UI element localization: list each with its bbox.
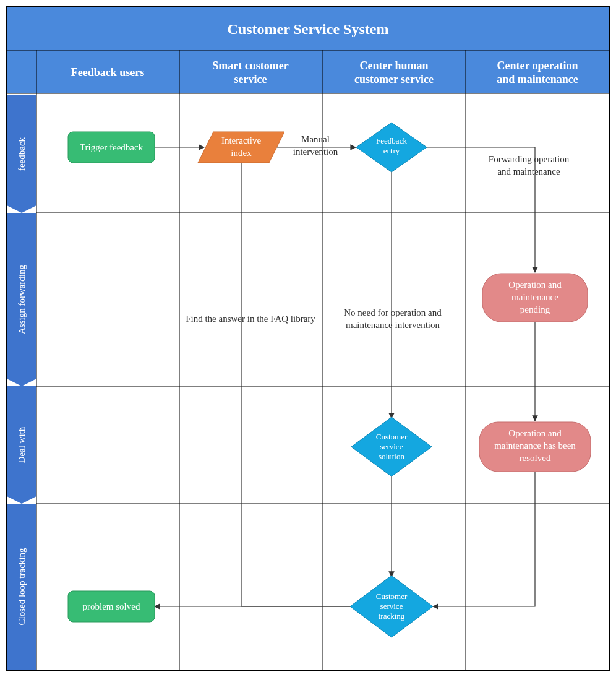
node-om-res-l2: maintenance has been (494, 441, 576, 451)
edge-label-fwd-1: Forwarding operation (489, 154, 570, 164)
node-feedback-l1: Feedback (376, 136, 407, 145)
node-om-pending-l1: Operation and (508, 280, 562, 290)
col-header-2 (322, 50, 466, 93)
node-solved-text: problem solved (83, 602, 140, 611)
node-cs-trk-l3: tracking (379, 611, 405, 621)
node-om-pending-l2: maintenance (511, 292, 558, 302)
col-label-3a: Center operation (497, 59, 578, 72)
col-label-1b: service (234, 73, 267, 85)
edge-interactive-down (241, 163, 353, 606)
col-header-1 (179, 50, 322, 93)
node-trigger-text: Trigger feedback (80, 142, 143, 152)
row-label-1: Assign forwarding (17, 264, 27, 334)
col-header-3 (466, 50, 609, 93)
node-cs-sol-l1: Customer (376, 432, 408, 441)
node-cs-trk-l2: service (380, 602, 403, 611)
node-om-res-l1: Operation and (508, 428, 562, 438)
outer-border (7, 7, 610, 671)
edge-label-manual-1: Manual (301, 134, 330, 144)
col-label-1a: Smart customer (212, 59, 288, 72)
row-label-3: Closed loop tracking (17, 548, 27, 625)
edge-label-manual-2: intervention (293, 147, 338, 157)
node-feedback-l2: entry (383, 146, 400, 155)
col-label-0: Feedback users (71, 66, 145, 79)
node-interactive-l1: Interactive (221, 136, 261, 145)
node-om-pending-l3: pending (520, 304, 550, 314)
row-label-0: feedback (17, 137, 27, 171)
node-cs-sol-l2: service (380, 442, 403, 451)
edge-resolved-tracking (433, 472, 535, 606)
diagram-root: Customer Service System Feedback users S… (6, 6, 610, 671)
edge-label-faq: Find the answer in the FAQ library (186, 314, 315, 324)
col-label-2a: Center human (359, 59, 428, 72)
node-cs-sol-l3: solution (379, 452, 404, 461)
edge-label-noneed-2: maintenance intervention (346, 320, 440, 330)
diagram-title: Customer Service System (228, 21, 389, 37)
row-label-2: Deal with (17, 426, 27, 463)
node-om-res-l3: resolved (520, 453, 551, 463)
edge-label-fwd-2: and maintenance (497, 166, 560, 176)
node-interactive-l2: index (231, 148, 252, 158)
col-label-3b: and maintenance (497, 73, 578, 85)
flowchart-svg: Customer Service System Feedback users S… (6, 6, 610, 671)
col-label-2b: customer service (354, 73, 434, 85)
corner-cell (7, 50, 36, 93)
node-cs-trk-l1: Customer (376, 592, 408, 601)
edge-label-noneed-1: No need for operation and (344, 308, 442, 317)
